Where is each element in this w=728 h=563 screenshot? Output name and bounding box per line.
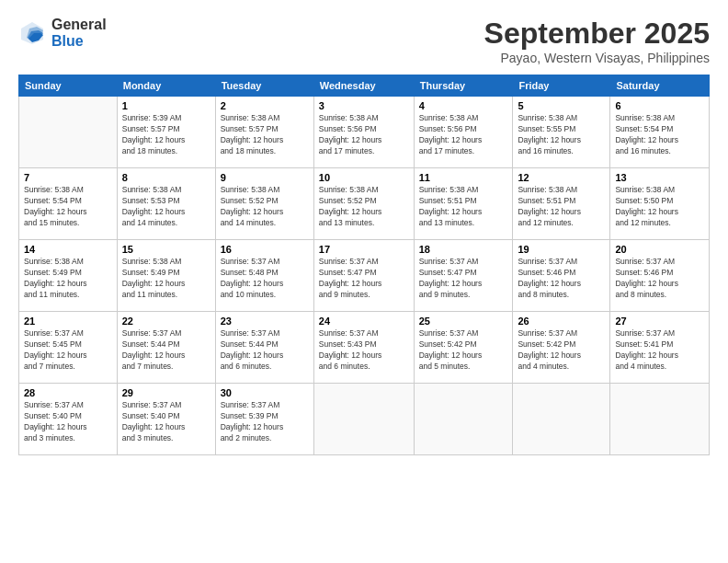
day-info: Sunrise: 5:37 AMSunset: 5:48 PMDaylight:… <box>221 257 309 301</box>
day-info: Sunrise: 5:38 AMSunset: 5:54 PMDaylight:… <box>615 113 704 157</box>
title-block: September 2025 Payao, Western Visayas, P… <box>484 17 710 65</box>
calendar-cell: 26Sunrise: 5:37 AMSunset: 5:42 PMDayligh… <box>513 312 610 384</box>
day-info: Sunrise: 5:37 AMSunset: 5:39 PMDaylight:… <box>221 400 309 444</box>
page: General Blue September 2025 Payao, Weste… <box>0 0 728 563</box>
day-number: 22 <box>122 316 210 327</box>
col-monday: Monday <box>117 75 215 97</box>
day-info: Sunrise: 5:37 AMSunset: 5:42 PMDaylight:… <box>419 328 508 373</box>
day-number: 23 <box>221 316 309 327</box>
calendar-cell: 11Sunrise: 5:38 AMSunset: 5:51 PMDayligh… <box>414 168 513 240</box>
calendar-cell: 5Sunrise: 5:38 AMSunset: 5:55 PMDaylight… <box>513 97 610 168</box>
calendar-week-row-3: 14Sunrise: 5:38 AMSunset: 5:49 PMDayligh… <box>19 240 710 312</box>
calendar-cell: 3Sunrise: 5:38 AMSunset: 5:56 PMDaylight… <box>313 97 414 168</box>
day-number: 26 <box>518 316 605 327</box>
day-number: 17 <box>319 244 409 255</box>
day-number: 10 <box>319 172 409 183</box>
day-info: Sunrise: 5:38 AMSunset: 5:50 PMDaylight:… <box>615 185 704 229</box>
day-info: Sunrise: 5:37 AMSunset: 5:41 PMDaylight:… <box>615 328 704 373</box>
calendar-cell: 12Sunrise: 5:38 AMSunset: 5:51 PMDayligh… <box>513 168 610 240</box>
day-number: 12 <box>518 172 605 183</box>
calendar-cell: 13Sunrise: 5:38 AMSunset: 5:50 PMDayligh… <box>610 168 710 240</box>
calendar-cell: 29Sunrise: 5:37 AMSunset: 5:40 PMDayligh… <box>117 384 215 455</box>
logo: General Blue <box>18 17 107 49</box>
day-info: Sunrise: 5:37 AMSunset: 5:43 PMDaylight:… <box>319 328 409 373</box>
logo-general-text: General <box>51 17 107 33</box>
logo-icon <box>18 19 46 47</box>
day-info: Sunrise: 5:38 AMSunset: 5:49 PMDaylight:… <box>122 257 210 301</box>
day-info: Sunrise: 5:37 AMSunset: 5:40 PMDaylight:… <box>122 400 210 444</box>
day-number: 6 <box>615 100 704 111</box>
calendar-cell: 14Sunrise: 5:38 AMSunset: 5:49 PMDayligh… <box>19 240 118 312</box>
month-title: September 2025 <box>484 17 710 51</box>
header: General Blue September 2025 Payao, Weste… <box>18 17 710 65</box>
calendar-cell: 28Sunrise: 5:37 AMSunset: 5:40 PMDayligh… <box>19 384 118 455</box>
day-info: Sunrise: 5:38 AMSunset: 5:56 PMDaylight:… <box>419 113 508 157</box>
day-info: Sunrise: 5:38 AMSunset: 5:52 PMDaylight:… <box>221 185 309 229</box>
day-info: Sunrise: 5:38 AMSunset: 5:57 PMDaylight:… <box>221 113 309 157</box>
day-number: 28 <box>24 387 112 398</box>
col-thursday: Thursday <box>414 75 513 97</box>
logo-blue-text: Blue <box>51 33 107 50</box>
calendar-week-row-1: 1Sunrise: 5:39 AMSunset: 5:57 PMDaylight… <box>19 97 710 168</box>
day-info: Sunrise: 5:37 AMSunset: 5:45 PMDaylight:… <box>24 328 112 373</box>
day-number: 24 <box>319 316 409 327</box>
calendar-cell: 16Sunrise: 5:37 AMSunset: 5:48 PMDayligh… <box>215 240 313 312</box>
day-info: Sunrise: 5:39 AMSunset: 5:57 PMDaylight:… <box>122 113 210 157</box>
day-info: Sunrise: 5:37 AMSunset: 5:40 PMDaylight:… <box>24 400 112 444</box>
day-number: 14 <box>24 244 112 255</box>
calendar-cell: 2Sunrise: 5:38 AMSunset: 5:57 PMDaylight… <box>215 97 313 168</box>
day-info: Sunrise: 5:38 AMSunset: 5:51 PMDaylight:… <box>518 185 605 229</box>
calendar-cell: 20Sunrise: 5:37 AMSunset: 5:46 PMDayligh… <box>610 240 710 312</box>
day-info: Sunrise: 5:38 AMSunset: 5:51 PMDaylight:… <box>419 185 508 229</box>
day-number: 11 <box>419 172 508 183</box>
calendar-cell <box>414 384 513 455</box>
calendar-cell: 19Sunrise: 5:37 AMSunset: 5:46 PMDayligh… <box>513 240 610 312</box>
calendar-cell: 4Sunrise: 5:38 AMSunset: 5:56 PMDaylight… <box>414 97 513 168</box>
col-wednesday: Wednesday <box>313 75 414 97</box>
calendar-week-row-2: 7Sunrise: 5:38 AMSunset: 5:54 PMDaylight… <box>19 168 710 240</box>
day-number: 2 <box>221 100 309 111</box>
calendar-cell: 23Sunrise: 5:37 AMSunset: 5:44 PMDayligh… <box>215 312 313 384</box>
day-number: 7 <box>24 172 112 183</box>
calendar-week-row-5: 28Sunrise: 5:37 AMSunset: 5:40 PMDayligh… <box>19 384 710 455</box>
calendar-cell <box>610 384 710 455</box>
day-info: Sunrise: 5:37 AMSunset: 5:44 PMDaylight:… <box>221 328 309 373</box>
col-sunday: Sunday <box>19 75 118 97</box>
col-tuesday: Tuesday <box>215 75 313 97</box>
day-info: Sunrise: 5:37 AMSunset: 5:47 PMDaylight:… <box>419 257 508 301</box>
col-saturday: Saturday <box>610 75 710 97</box>
day-number: 5 <box>518 100 605 111</box>
day-number: 15 <box>122 244 210 255</box>
calendar-cell: 24Sunrise: 5:37 AMSunset: 5:43 PMDayligh… <box>313 312 414 384</box>
day-number: 3 <box>319 100 409 111</box>
day-info: Sunrise: 5:37 AMSunset: 5:44 PMDaylight:… <box>122 328 210 373</box>
day-number: 21 <box>24 316 112 327</box>
day-info: Sunrise: 5:38 AMSunset: 5:56 PMDaylight:… <box>319 113 409 157</box>
day-number: 8 <box>122 172 210 183</box>
calendar-cell: 17Sunrise: 5:37 AMSunset: 5:47 PMDayligh… <box>313 240 414 312</box>
calendar-cell <box>313 384 414 455</box>
calendar-cell: 22Sunrise: 5:37 AMSunset: 5:44 PMDayligh… <box>117 312 215 384</box>
calendar-cell: 15Sunrise: 5:38 AMSunset: 5:49 PMDayligh… <box>117 240 215 312</box>
calendar-cell: 7Sunrise: 5:38 AMSunset: 5:54 PMDaylight… <box>19 168 118 240</box>
day-info: Sunrise: 5:37 AMSunset: 5:46 PMDaylight:… <box>615 257 704 301</box>
day-number: 1 <box>122 100 210 111</box>
day-info: Sunrise: 5:38 AMSunset: 5:53 PMDaylight:… <box>122 185 210 229</box>
calendar-table: Sunday Monday Tuesday Wednesday Thursday… <box>18 75 710 455</box>
day-number: 16 <box>221 244 309 255</box>
day-number: 29 <box>122 387 210 398</box>
calendar-cell: 27Sunrise: 5:37 AMSunset: 5:41 PMDayligh… <box>610 312 710 384</box>
calendar-cell: 8Sunrise: 5:38 AMSunset: 5:53 PMDaylight… <box>117 168 215 240</box>
day-number: 4 <box>419 100 508 111</box>
calendar-cell: 25Sunrise: 5:37 AMSunset: 5:42 PMDayligh… <box>414 312 513 384</box>
day-info: Sunrise: 5:38 AMSunset: 5:55 PMDaylight:… <box>518 113 605 157</box>
day-info: Sunrise: 5:37 AMSunset: 5:42 PMDaylight:… <box>518 328 605 373</box>
day-number: 25 <box>419 316 508 327</box>
calendar-week-row-4: 21Sunrise: 5:37 AMSunset: 5:45 PMDayligh… <box>19 312 710 384</box>
logo-text: General Blue <box>51 17 107 49</box>
day-info: Sunrise: 5:38 AMSunset: 5:52 PMDaylight:… <box>319 185 409 229</box>
day-number: 20 <box>615 244 704 255</box>
day-info: Sunrise: 5:37 AMSunset: 5:46 PMDaylight:… <box>518 257 605 301</box>
location: Payao, Western Visayas, Philippines <box>484 51 710 65</box>
day-info: Sunrise: 5:37 AMSunset: 5:47 PMDaylight:… <box>319 257 409 301</box>
